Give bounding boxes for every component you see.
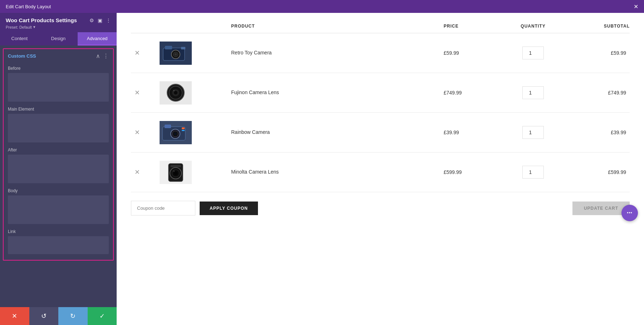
settings-icon[interactable]: ⚙ (89, 18, 94, 23)
panel-tabs: Content Design Advanced (0, 32, 117, 45)
cancel-icon: ✕ (12, 312, 17, 320)
product-qty-2 (501, 86, 565, 99)
svg-point-26 (173, 170, 175, 172)
main-element-textarea[interactable] (8, 114, 109, 142)
floating-menu-button[interactable]: ••• (621, 205, 638, 221)
section-title: Custom CSS (8, 53, 36, 59)
svg-rect-27 (170, 165, 181, 167)
svg-rect-15 (165, 125, 171, 128)
header-remove (131, 24, 160, 29)
more-icon[interactable]: ⋮ (106, 18, 111, 23)
header-subtotal: SUBTOTAL (565, 24, 630, 29)
coupon-input[interactable] (131, 201, 195, 215)
bottom-toolbar: ✕ ↺ ↻ ✓ (0, 307, 117, 325)
undo-button[interactable]: ↺ (29, 307, 59, 325)
svg-point-25 (174, 171, 177, 175)
after-textarea[interactable] (8, 155, 109, 183)
svg-point-11 (174, 91, 177, 94)
panel-header-icons: ⚙ ▣ ⋮ (89, 18, 111, 23)
product-subtotal-1: £59.99 (565, 50, 630, 56)
section-menu-icon[interactable]: ⋮ (103, 53, 109, 59)
body-textarea[interactable] (8, 195, 109, 224)
save-icon: ✓ (99, 312, 105, 320)
header-image (160, 24, 231, 29)
after-label: After (8, 147, 109, 152)
before-label: Before (8, 66, 109, 71)
cancel-button[interactable]: ✕ (0, 307, 29, 325)
main-element-label: Main Element (8, 107, 109, 112)
product-image-4 (160, 160, 192, 185)
close-button[interactable]: ✕ (634, 3, 638, 10)
update-cart-button[interactable]: UPDATE CART (572, 202, 630, 215)
product-name-3: Rainbow Camera (231, 129, 444, 136)
product-qty-3 (501, 126, 565, 139)
panel-title: Woo Cart Products Settings (6, 17, 77, 23)
qty-input-3[interactable] (522, 126, 544, 139)
camera-lens-image (160, 81, 192, 105)
product-name-2: Fujinon Camera Lens (231, 89, 444, 96)
product-subtotal-3: £39.99 (565, 130, 630, 135)
svg-point-5 (175, 53, 177, 55)
tab-design[interactable]: Design (39, 32, 78, 45)
top-bar-title: Edit Cart Body Layout (6, 4, 51, 9)
product-name-4: Minolta Camera Lens (231, 169, 444, 176)
svg-point-18 (174, 132, 177, 135)
left-panel: Woo Cart Products Settings ⚙ ▣ ⋮ Preset:… (0, 13, 117, 325)
header-quantity: QUANTITY (501, 24, 565, 29)
main-layout: Woo Cart Products Settings ⚙ ▣ ⋮ Preset:… (0, 13, 644, 325)
redo-icon: ↻ (70, 312, 75, 320)
remove-item-4[interactable]: ✕ (131, 168, 160, 176)
redo-button[interactable]: ↻ (58, 307, 88, 325)
link-textarea[interactable] (8, 236, 109, 254)
table-row: ✕ Rainbow Camera £39.99 £39.99 (131, 113, 630, 152)
product-qty-1 (501, 47, 565, 59)
product-price-1: £59.99 (444, 50, 501, 56)
custom-css-section: Custom CSS ∧ ⋮ Before Main Element After… (3, 48, 114, 261)
svg-point-12 (173, 90, 175, 91)
svg-rect-2 (165, 46, 172, 49)
toy-camera-image (160, 42, 192, 65)
header-price: PRICE (444, 24, 501, 29)
preset-text: Preset: Default ▾ (6, 25, 111, 29)
layout-icon[interactable]: ▣ (98, 18, 102, 23)
svg-rect-20 (182, 130, 185, 131)
more-dots-icon: ••• (627, 210, 633, 215)
svg-rect-6 (181, 47, 185, 49)
minolta-lens-image (160, 161, 192, 184)
product-image-3 (160, 120, 192, 145)
panel-header: Woo Cart Products Settings ⚙ ▣ ⋮ Preset:… (0, 13, 117, 32)
tab-content[interactable]: Content (0, 32, 39, 45)
right-content: PRODUCT PRICE QUANTITY SUBTOTAL ✕ Re (117, 13, 644, 325)
qty-input-4[interactable] (522, 166, 544, 179)
cart-table-header: PRODUCT PRICE QUANTITY SUBTOTAL (131, 24, 630, 33)
before-textarea[interactable] (8, 73, 109, 102)
qty-input-1[interactable] (522, 47, 544, 59)
cart-footer: APPLY COUPON UPDATE CART (131, 201, 630, 215)
undo-icon: ↺ (41, 312, 47, 320)
link-label: Link (8, 229, 109, 234)
table-row: ✕ Fujinon Camera Lens £749.99 £749.99 (131, 73, 630, 113)
top-bar: Edit Cart Body Layout ✕ (0, 0, 644, 13)
save-button[interactable]: ✓ (88, 307, 117, 325)
collapse-icon[interactable]: ∧ (96, 53, 100, 59)
remove-item-2[interactable]: ✕ (131, 89, 160, 97)
tab-advanced[interactable]: Advanced (78, 32, 117, 45)
section-body: Before Main Element After Body Link (4, 63, 113, 260)
product-subtotal-2: £749.99 (565, 90, 630, 96)
remove-item-1[interactable]: ✕ (131, 49, 160, 57)
product-qty-4 (501, 166, 565, 179)
product-subtotal-4: £599.99 (565, 169, 630, 175)
panel-content: Custom CSS ∧ ⋮ Before Main Element After… (0, 45, 117, 307)
qty-input-2[interactable] (522, 86, 544, 99)
table-row: ✕ Minolta Camera Lens £599.99 £599.99 (131, 152, 630, 192)
apply-coupon-button[interactable]: APPLY COUPON (200, 202, 258, 215)
product-name-1: Retro Toy Camera (231, 49, 444, 57)
remove-item-3[interactable]: ✕ (131, 128, 160, 136)
panel-header-top: Woo Cart Products Settings ⚙ ▣ ⋮ (6, 17, 111, 23)
rainbow-camera-image (160, 121, 192, 144)
product-price-3: £39.99 (444, 130, 501, 135)
section-header: Custom CSS ∧ ⋮ (4, 49, 113, 63)
product-price-2: £749.99 (444, 90, 501, 96)
table-row: ✕ Retro Toy Camera £59.99 £59.99 (131, 33, 630, 73)
body-label: Body (8, 188, 109, 193)
